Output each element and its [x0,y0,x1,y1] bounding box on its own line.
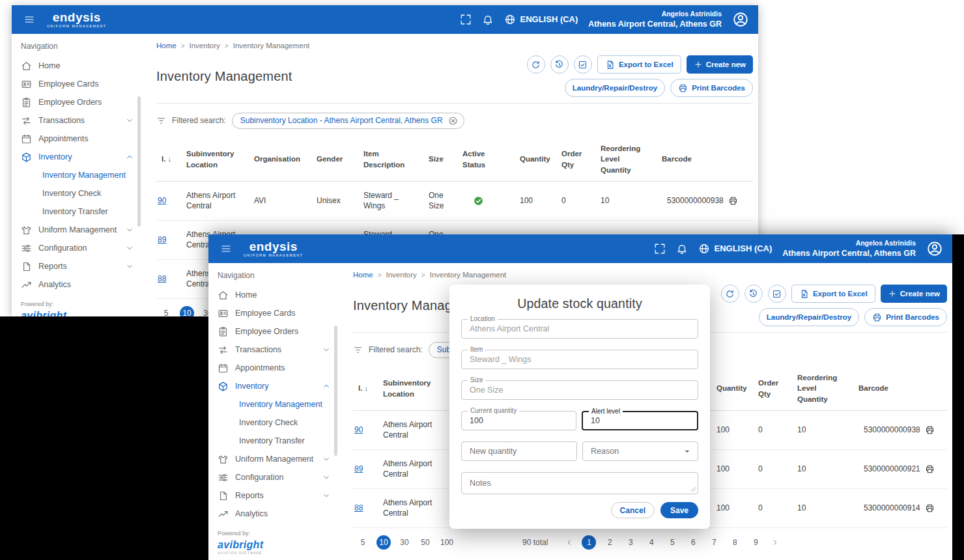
sidebar-item[interactable]: Home [208,286,339,304]
breadcrumb-item[interactable]: Home [353,271,373,279]
column-header[interactable]: Item Description↓ [358,148,423,169]
page-size-option[interactable]: 5 [159,306,173,316]
print-barcodes-button[interactable]: Print Barcodes [670,79,753,97]
page-number[interactable]: 6 [686,535,700,550]
column-header[interactable]: I.↓ [156,154,181,164]
laundry-repair-destroy-button[interactable]: Laundry/Repair/Destroy [565,79,665,97]
column-header[interactable]: Size↓ [423,154,457,164]
notes-field[interactable]: Notes [461,472,698,494]
fullscreen-button[interactable] [460,14,472,25]
history-button[interactable] [744,285,763,303]
sidebar-item[interactable]: Appointments [12,130,142,148]
page-number[interactable]: 3 [623,535,638,550]
next-page-icon[interactable] [771,538,780,547]
column-header[interactable]: Reordering Level Quantity↓ [595,143,657,175]
sidebar-item[interactable]: Inventory Management [12,166,142,184]
column-header[interactable]: Quantity↓ [711,383,753,393]
row-id-link[interactable]: 90 [354,425,363,434]
laundry-repair-destroy-button[interactable]: Laundry/Repair/Destroy [759,308,859,326]
breadcrumb-item[interactable]: Home [156,42,177,49]
sort-desc-icon[interactable]: ↓ [167,155,171,163]
column-header[interactable]: Subinventory Location↓ [378,378,446,399]
notifications-button[interactable] [676,243,688,255]
create-new-button[interactable]: Create new [687,55,753,74]
sidebar-item[interactable]: Employee Cards [12,75,142,93]
export-to-excel-button[interactable]: Export to Excel [597,55,681,74]
sidebar-item[interactable]: Inventory Management [208,395,339,413]
alert-level-field[interactable]: Alert level 10 [582,411,698,430]
column-header[interactable]: Order Qty↓ [556,148,595,169]
column-header[interactable]: I.↓ [353,383,378,393]
language-selector[interactable]: ENGLISH (CA) [698,243,773,255]
menu-button[interactable] [218,240,234,257]
notifications-button[interactable] [482,14,494,25]
column-header[interactable]: Gender↓ [311,154,358,164]
chip-close-icon[interactable] [448,116,458,126]
cancel-button[interactable]: Cancel [611,502,655,518]
column-header[interactable]: Subinventory Location↓ [181,148,249,169]
print-barcode-icon[interactable] [925,425,935,435]
user-avatar-icon[interactable] [926,240,943,257]
sidebar-item[interactable]: Transactions [208,341,339,359]
column-header[interactable]: Quantity↓ [515,154,556,164]
user-info[interactable]: Angelos Astrinidis Athens Airport Centra… [782,239,916,259]
filter-chip[interactable]: Subinventory Location - Athens Airport C… [232,113,464,129]
sidebar-item[interactable]: Reports [12,257,142,275]
refresh-button[interactable] [527,55,545,74]
print-barcodes-button[interactable]: Print Barcodes [864,308,947,326]
refresh-button[interactable] [721,285,739,303]
sidebar-item[interactable]: Employee Orders [12,93,142,111]
sidebar-item[interactable]: Analytics [208,505,339,523]
reason-select[interactable]: Reason [582,441,698,461]
breadcrumb-item[interactable]: Inventory [386,271,417,279]
sidebar-scrollbar[interactable] [334,326,337,456]
page-size-option[interactable]: 100 [439,535,455,550]
sidebar-item[interactable]: Transactions [12,111,142,130]
resize-handle-icon[interactable] [688,484,696,492]
sidebar-item[interactable]: Employee Orders [208,322,339,341]
sort-desc-icon[interactable]: ↓ [364,384,368,392]
breadcrumb-item[interactable]: Inventory [190,42,220,49]
language-selector[interactable]: ENGLISH (CA) [504,14,578,25]
create-new-button[interactable]: Create new [881,285,947,303]
tasks-button[interactable] [574,55,592,74]
dropdown-caret-icon[interactable] [682,446,692,456]
page-size-option[interactable]: 30 [397,535,412,550]
column-header[interactable]: Active Status↓ [457,148,515,169]
page-number[interactable]: 2 [602,535,617,550]
sidebar-item[interactable]: Appointments [208,359,339,377]
row-id-link[interactable]: 89 [354,464,363,473]
sidebar-item[interactable]: Inventory Transfer [12,203,142,221]
prev-page-icon[interactable] [565,538,574,547]
breadcrumb-item[interactable]: Inventory Management [430,271,507,279]
row-id-link[interactable]: 88 [354,503,363,512]
column-header[interactable]: Organisation↓ [249,154,311,164]
sidebar-scrollbar[interactable] [137,96,141,227]
row-id-link[interactable]: 90 [158,196,166,205]
column-header[interactable]: Barcode↓ [657,154,753,164]
print-barcode-icon[interactable] [728,196,738,206]
column-header[interactable]: Reordering Level Quantity↓ [792,372,853,404]
sidebar-item[interactable]: Uniform Management [208,450,339,468]
page-number[interactable]: 5 [665,535,679,550]
fullscreen-button[interactable] [654,243,666,255]
row-id-link[interactable]: 88 [158,274,166,283]
export-to-excel-button[interactable]: Export to Excel [791,285,875,303]
sidebar-item[interactable]: Analytics [12,275,142,294]
sidebar-item[interactable]: Home [12,57,142,75]
sidebar-item[interactable]: Employee Cards [208,304,339,322]
save-button[interactable]: Save [660,502,698,518]
sidebar-item[interactable]: Inventory [12,148,142,166]
print-barcode-icon[interactable] [925,464,935,474]
menu-button[interactable] [21,11,38,28]
sidebar-item[interactable]: Reports [208,486,339,505]
page-number[interactable]: 7 [707,535,721,550]
page-number[interactable]: 1 [582,535,596,550]
tasks-button[interactable] [768,285,786,303]
sidebar-item[interactable]: Inventory Check [12,184,142,203]
page-size-option[interactable]: 10 [376,535,391,550]
column-header[interactable]: Order Qty↓ [753,378,792,399]
row-id-link[interactable]: 89 [158,235,166,244]
user-avatar-icon[interactable] [732,11,749,28]
sidebar-item[interactable]: Configuration [208,468,339,486]
